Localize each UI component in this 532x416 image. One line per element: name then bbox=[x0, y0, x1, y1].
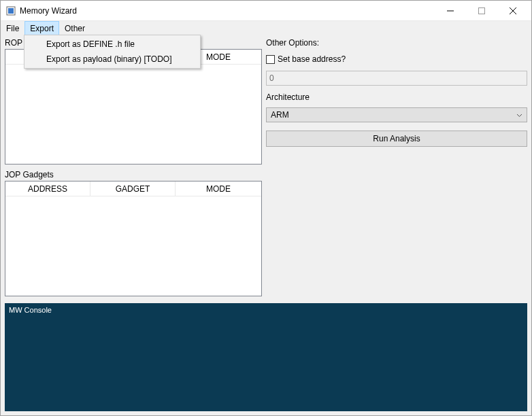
set-base-row: Set base address? bbox=[266, 54, 527, 64]
app-icon bbox=[6, 6, 16, 16]
architecture-value: ARM bbox=[271, 110, 289, 120]
right-column: Other Options: Set base address? Archite… bbox=[266, 38, 527, 296]
jop-col-mode[interactable]: MODE bbox=[176, 181, 261, 196]
export-define-h[interactable]: Export as DEFINE .h file bbox=[26, 37, 199, 52]
menu-file[interactable]: File bbox=[1, 21, 24, 35]
minimize-button[interactable] bbox=[435, 1, 466, 21]
close-button[interactable] bbox=[497, 1, 529, 21]
run-analysis-button[interactable]: Run Analysis bbox=[266, 131, 527, 147]
console-label: MW Console bbox=[9, 306, 52, 314]
set-base-checkbox[interactable] bbox=[266, 55, 275, 64]
window-controls bbox=[435, 1, 529, 21]
svg-rect-1 bbox=[8, 8, 14, 14]
content: ROP Gadgets ADDRESS GADGET MODE JOP Gadg… bbox=[1, 35, 531, 415]
jop-col-gadget[interactable]: GADGET bbox=[90, 181, 176, 196]
base-address-input bbox=[266, 71, 527, 86]
titlebar: Memory Wizard bbox=[1, 1, 531, 21]
menu-export[interactable]: Export bbox=[24, 21, 59, 35]
jop-col-address[interactable]: ADDRESS bbox=[5, 181, 90, 196]
svg-rect-3 bbox=[479, 7, 485, 14]
architecture-select[interactable]: ARM bbox=[266, 107, 527, 122]
other-options-label: Other Options: bbox=[266, 38, 527, 48]
set-base-label: Set base address? bbox=[278, 54, 346, 64]
window-title: Memory Wizard bbox=[20, 6, 77, 16]
upper-panels: ROP Gadgets ADDRESS GADGET MODE JOP Gadg… bbox=[5, 38, 527, 296]
left-column: ROP Gadgets ADDRESS GADGET MODE JOP Gadg… bbox=[5, 38, 262, 296]
export-dropdown: Export as DEFINE .h file Export as paylo… bbox=[24, 35, 201, 69]
jop-gadgets-label: JOP Gadgets bbox=[5, 170, 262, 179]
jop-table-header: ADDRESS GADGET MODE bbox=[5, 181, 261, 196]
export-payload-binary[interactable]: Export as payload (binary) [TODO] bbox=[26, 52, 199, 67]
maximize-button[interactable] bbox=[466, 1, 497, 21]
menubar: File Export Other bbox=[1, 21, 531, 35]
mw-console[interactable]: MW Console bbox=[5, 303, 527, 411]
jop-table[interactable]: ADDRESS GADGET MODE bbox=[5, 181, 262, 296]
menu-other[interactable]: Other bbox=[59, 21, 90, 35]
architecture-label: Architecture bbox=[266, 92, 527, 102]
chevron-down-icon bbox=[516, 111, 522, 119]
